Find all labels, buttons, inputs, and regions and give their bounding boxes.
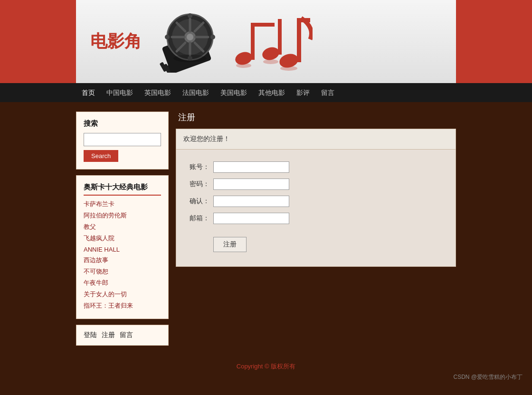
login-link[interactable]: 登陆 <box>84 331 97 339</box>
copyright: Copyright © 版权所有 <box>0 362 532 371</box>
svg-point-34 <box>263 59 278 64</box>
nav-item-home[interactable]: 首页 <box>76 83 101 102</box>
content-box: 欢迎您的注册！ 账号： 密码： 确认： 邮箱： <box>176 129 456 267</box>
credit: CSDN @爱吃雪糕的小布丁 <box>0 373 532 381</box>
confirm-input[interactable] <box>213 196 289 207</box>
email-label: 邮箱： <box>186 214 209 223</box>
confirm-label: 确认： <box>186 197 209 206</box>
list-item: 不可饶恕 <box>84 266 161 277</box>
account-label: 账号： <box>186 163 209 171</box>
search-button[interactable]: Search <box>84 150 118 162</box>
movie-link[interactable]: 教父 <box>84 223 96 230</box>
footer: Copyright © 版权所有 CSDN @爱吃雪糕的小布丁 <box>0 355 532 384</box>
logo: 电影角 <box>90 30 142 53</box>
account-input[interactable] <box>213 161 289 173</box>
list-item: 教父 <box>84 221 161 233</box>
email-row: 邮箱： <box>186 213 446 224</box>
logo-part2: 角 <box>124 31 142 51</box>
list-item: 午夜牛郎 <box>84 277 161 289</box>
svg-point-20 <box>188 13 192 18</box>
main-inner: 搜索 Search 奥斯卡十大经典电影 卡萨布兰卡 阿拉伯的劳伦斯 教父 飞越疯… <box>76 112 456 346</box>
navigation-bar: 首页 中国电影 英国电影 法国电影 美国电影 其他电影 影评 留言 <box>0 83 532 102</box>
search-box: 搜索 Search <box>76 112 169 169</box>
movie-link[interactable]: 午夜牛郎 <box>84 279 108 286</box>
nav-item-british[interactable]: 英国电影 <box>139 83 177 102</box>
movies-title: 奥斯卡十大经典电影 <box>84 183 161 196</box>
list-item: 卡萨布兰卡 <box>84 198 161 210</box>
nav-item-other[interactable]: 其他电影 <box>253 83 291 102</box>
account-row: 账号： <box>186 161 446 173</box>
movie-link[interactable]: 不可饶恕 <box>84 268 108 275</box>
sidebar: 搜索 Search 奥斯卡十大经典电影 卡萨布兰卡 阿拉伯的劳伦斯 教父 飞越疯… <box>76 112 169 346</box>
password-row: 密码： <box>186 179 446 190</box>
site-header: 电影角 <box>76 0 456 83</box>
svg-rect-29 <box>278 19 282 55</box>
logo-part1: 电影 <box>90 31 124 51</box>
movie-link[interactable]: 卡萨布兰卡 <box>84 200 114 207</box>
svg-point-11 <box>187 34 193 40</box>
header-icons <box>156 9 313 75</box>
confirm-row: 确认： <box>186 196 446 207</box>
music-notes-icon <box>227 9 313 75</box>
password-label: 密码： <box>186 180 209 188</box>
list-item: 关于女人的一切 <box>84 289 161 300</box>
page-title: 注册 <box>176 112 456 123</box>
registration-form: 账号： 密码： 确认： 邮箱： <box>176 150 456 266</box>
svg-point-33 <box>236 63 251 68</box>
nav-item-american[interactable]: 美国电影 <box>215 83 253 102</box>
svg-point-22 <box>165 35 170 39</box>
movie-link[interactable]: ANNIE HALL <box>84 246 120 253</box>
register-link[interactable]: 注册 <box>102 331 115 339</box>
svg-point-24 <box>173 55 207 62</box>
movie-link[interactable]: 关于女人的一切 <box>84 291 127 298</box>
list-item: 指环王：王者归来 <box>84 300 161 311</box>
svg-rect-27 <box>251 23 275 27</box>
svg-rect-26 <box>251 23 255 60</box>
list-item: ANNIE HALL <box>84 244 161 254</box>
nav-item-review[interactable]: 影评 <box>291 83 315 102</box>
content-area: 注册 欢迎您的注册！ 账号： 密码： 确认： <box>176 112 456 346</box>
movie-list: 卡萨布兰卡 阿拉伯的劳伦斯 教父 飞越疯人院 ANNIE HALL 西边故事 不… <box>84 198 161 311</box>
list-item: 阿拉伯的劳伦斯 <box>84 210 161 221</box>
nav-inner: 首页 中国电影 英国电影 法国电影 美国电影 其他电影 影评 留言 <box>76 83 456 102</box>
movie-link[interactable]: 飞越疯人院 <box>84 235 114 242</box>
search-input[interactable] <box>84 133 161 146</box>
welcome-message: 欢迎您的注册！ <box>176 129 456 150</box>
nav-item-chinese[interactable]: 中国电影 <box>101 83 139 102</box>
film-reel-icon <box>156 11 218 73</box>
message-link[interactable]: 留言 <box>120 331 133 339</box>
movie-link[interactable]: 指环王：王者归来 <box>84 302 133 309</box>
nav-item-comments[interactable]: 留言 <box>315 83 340 102</box>
svg-point-35 <box>280 66 297 71</box>
svg-rect-31 <box>297 18 301 62</box>
movies-box: 奥斯卡十大经典电影 卡萨布兰卡 阿拉伯的劳伦斯 教父 飞越疯人院 ANNIE H… <box>76 175 169 319</box>
nav-item-french[interactable]: 法国电影 <box>177 83 215 102</box>
quick-links: 登陆 注册 留言 <box>76 325 169 346</box>
register-button[interactable]: 注册 <box>213 237 247 252</box>
email-input[interactable] <box>213 213 289 224</box>
list-item: 西边故事 <box>84 254 161 266</box>
movie-link[interactable]: 阿拉伯的劳伦斯 <box>84 212 127 219</box>
main-wrapper: 搜索 Search 奥斯卡十大经典电影 卡萨布兰卡 阿拉伯的劳伦斯 教父 飞越疯… <box>0 102 532 355</box>
search-title: 搜索 <box>84 119 161 128</box>
movie-link[interactable]: 西边故事 <box>84 256 108 263</box>
register-button-row: 注册 <box>186 230 446 252</box>
svg-point-23 <box>210 35 215 39</box>
password-input[interactable] <box>213 179 289 190</box>
list-item: 飞越疯人院 <box>84 233 161 244</box>
